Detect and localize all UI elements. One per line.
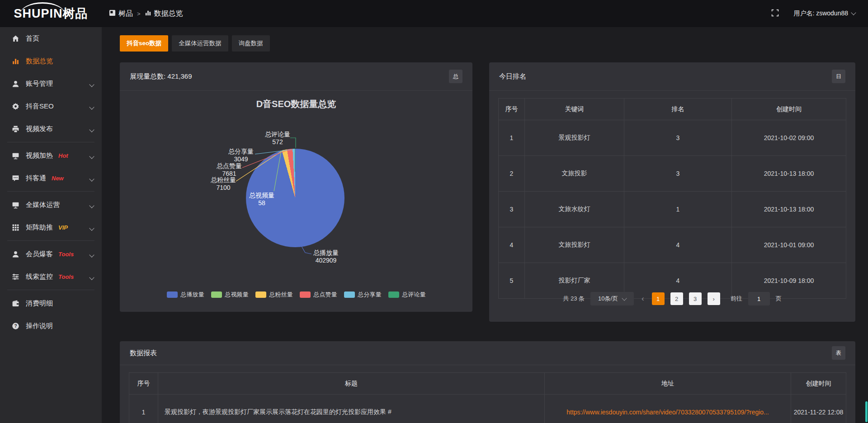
column-header: 创建时间 bbox=[732, 99, 846, 120]
sidebar-item-douyin-seo[interactable]: 抖音SEO bbox=[0, 95, 102, 118]
breadcrumb-item-current[interactable]: 数据总览 bbox=[145, 9, 183, 19]
page-button-1[interactable]: 1 bbox=[652, 292, 665, 305]
pie-label-name: 总播放量 bbox=[299, 249, 353, 257]
legend-item-总粉丝量[interactable]: 总粉丝量 bbox=[255, 291, 293, 299]
pie-label-总粉丝量: 总粉丝量7100 bbox=[196, 176, 250, 192]
tab-3[interactable]: 询盘数据 bbox=[232, 35, 270, 52]
table-cell: 2021-10-13 18:00 bbox=[732, 156, 846, 192]
breadcrumb-item-home[interactable]: 树品 bbox=[109, 9, 133, 19]
legend-label: 总视频量 bbox=[225, 291, 249, 299]
pie-label-value: 7100 bbox=[196, 184, 250, 192]
goto-page-input[interactable] bbox=[748, 292, 770, 306]
pie-label-value: 3049 bbox=[214, 155, 268, 163]
overview-panel: 展现量总数: 421,369 总 D音SEO数据量总览 总播放量402909总视… bbox=[120, 62, 472, 312]
tab-1[interactable]: 抖音seo数据 bbox=[120, 35, 168, 52]
main-content: 抖音seo数据全媒体运营数据询盘数据 展现量总数: 421,369 总 D音SE… bbox=[102, 27, 868, 423]
pie-label-value: 58 bbox=[235, 199, 289, 207]
pie-label-name: 总点赞量 bbox=[202, 162, 256, 170]
monitor-icon bbox=[12, 152, 19, 160]
pagination-total: 共 23 条 bbox=[563, 295, 585, 303]
table-cell: 3 bbox=[499, 192, 525, 227]
pie-label-总分享量: 总分享量3049 bbox=[214, 148, 268, 163]
chevron-down-icon bbox=[89, 82, 94, 87]
prev-page-button[interactable]: ‹ bbox=[640, 294, 646, 303]
chevron-down-icon bbox=[89, 127, 94, 132]
legend-item-总分享量[interactable]: 总分享量 bbox=[344, 291, 382, 299]
sidebar-item-label: 视频加热 bbox=[26, 151, 53, 160]
chevron-down-icon bbox=[851, 10, 856, 15]
legend-item-总评论量[interactable]: 总评论量 bbox=[388, 291, 426, 299]
sidebar-item-clue-monitor[interactable]: 线索监控Tools bbox=[0, 265, 102, 288]
total-mode-button[interactable]: 总 bbox=[449, 70, 462, 83]
column-header: 序号 bbox=[129, 373, 158, 395]
page-button-2[interactable]: 2 bbox=[670, 292, 683, 305]
pie-label-value: 402909 bbox=[299, 257, 353, 264]
legend-label: 总分享量 bbox=[358, 291, 382, 299]
report-table-header: 序号标题地址创建时间 bbox=[129, 373, 846, 395]
sidebar-item-account-manage[interactable]: 账号管理 bbox=[0, 72, 102, 95]
sidebar-item-matrix-boost[interactable]: 矩阵助推VIP bbox=[0, 216, 102, 239]
daily-mode-button[interactable]: 日 bbox=[832, 70, 845, 83]
next-page-button[interactable]: › bbox=[708, 292, 720, 305]
legend-swatch bbox=[388, 291, 399, 298]
breadcrumb-label: 树品 bbox=[118, 9, 133, 19]
legend-swatch bbox=[344, 291, 355, 298]
sliders-icon bbox=[12, 273, 19, 281]
sidebar-item-home[interactable]: 首页 bbox=[0, 27, 102, 50]
sidebar-item-label: 线索监控 bbox=[26, 273, 53, 281]
sidebar-item-douketong[interactable]: 抖客通New bbox=[0, 167, 102, 189]
table-row: 1景观投影灯，夜游景观投影灯厂家展示展示落花灯在花园里的灯光投影应用效果 #ht… bbox=[129, 395, 846, 423]
column-header: 创建时间 bbox=[791, 373, 846, 395]
sidebar-item-operation-guide[interactable]: ?操作说明 bbox=[0, 315, 102, 337]
table-cell: 3 bbox=[624, 156, 732, 192]
video-link[interactable]: https://www.iesdouyin.com/share/video/70… bbox=[566, 409, 769, 416]
page-size-value: 10条/页 bbox=[598, 295, 618, 303]
chart-legend: 总播放量总视频量总粉丝量总点赞量总分享量总评论量 bbox=[120, 291, 472, 299]
impressions-total-label: 展现量总数: 421,369 bbox=[130, 72, 192, 81]
top-bar: SHUPIN树品 树品 > 数据总览 用户名: zswodun88 bbox=[0, 0, 868, 27]
goto-suffix: 页 bbox=[776, 295, 782, 303]
fullscreen-icon[interactable] bbox=[771, 9, 779, 19]
page-button-3[interactable]: 3 bbox=[689, 292, 702, 305]
table-mode-button[interactable]: 表 bbox=[832, 346, 845, 360]
page-size-select[interactable]: 10条/页 bbox=[590, 292, 634, 306]
goto-label: 前往 bbox=[731, 295, 742, 303]
pie-label-value: 572 bbox=[250, 138, 305, 146]
pie-chart-area: D音SEO数据量总览 总播放量402909总视频量58总粉丝量7100总点赞量7… bbox=[120, 91, 472, 312]
url-cell: https://www.iesdouyin.com/share/video/70… bbox=[545, 395, 791, 423]
index-cell: 1 bbox=[129, 395, 158, 423]
legend-swatch bbox=[255, 291, 266, 298]
legend-item-总点赞量[interactable]: 总点赞量 bbox=[300, 291, 337, 299]
chat-icon bbox=[12, 174, 19, 182]
legend-label: 总评论量 bbox=[402, 291, 426, 299]
sidebar-item-label: 会员爆客 bbox=[26, 250, 53, 258]
report-title: 数据报表 bbox=[130, 349, 157, 357]
report-table: 序号标题地址创建时间 1景观投影灯，夜游景观投影灯厂家展示展示落花灯在花园里的灯… bbox=[129, 372, 846, 423]
breadcrumb: 树品 > 数据总览 bbox=[109, 9, 183, 19]
legend-item-总播放量[interactable]: 总播放量 bbox=[167, 291, 204, 299]
wallet-icon bbox=[12, 300, 19, 307]
legend-item-总视频量[interactable]: 总视频量 bbox=[211, 291, 249, 299]
sidebar-item-video-heat[interactable]: 视频加热Hot bbox=[0, 144, 102, 167]
app-logo: SHUPIN树品 bbox=[14, 5, 88, 22]
table-cell: 1 bbox=[499, 120, 525, 156]
table-cell: 2021-10-02 09:00 bbox=[732, 120, 846, 156]
chevron-down-icon bbox=[89, 176, 94, 181]
table-row: 2文旅投影32021-10-13 18:00 bbox=[499, 156, 846, 192]
sidebar-item-label: 数据总览 bbox=[26, 57, 53, 66]
sidebar-item-data-overview[interactable]: 数据总览 bbox=[0, 50, 102, 72]
chevron-down-icon bbox=[89, 275, 94, 280]
sidebar-divider bbox=[7, 191, 94, 192]
chevron-down-icon bbox=[89, 104, 94, 109]
sidebar-item-member-baoke[interactable]: 会员爆客Tools bbox=[0, 243, 102, 265]
tab-2[interactable]: 全媒体运营数据 bbox=[172, 35, 228, 52]
sidebar-item-video-publish[interactable]: 视频发布 bbox=[0, 118, 102, 140]
sidebar-item-media-operation[interactable]: 全媒体运营 bbox=[0, 193, 102, 216]
sidebar-item-consume-detail[interactable]: 消费明细 bbox=[0, 292, 102, 315]
column-header: 关键词 bbox=[525, 99, 624, 120]
pie-label-总视频量: 总视频量58 bbox=[235, 192, 289, 207]
page-scrollbar-thumb[interactable] bbox=[865, 401, 868, 422]
grid-square-icon bbox=[109, 9, 116, 18]
user-menu[interactable]: 用户名: zswodun88 bbox=[793, 9, 855, 18]
sidebar-item-badge: Tools bbox=[58, 251, 74, 258]
